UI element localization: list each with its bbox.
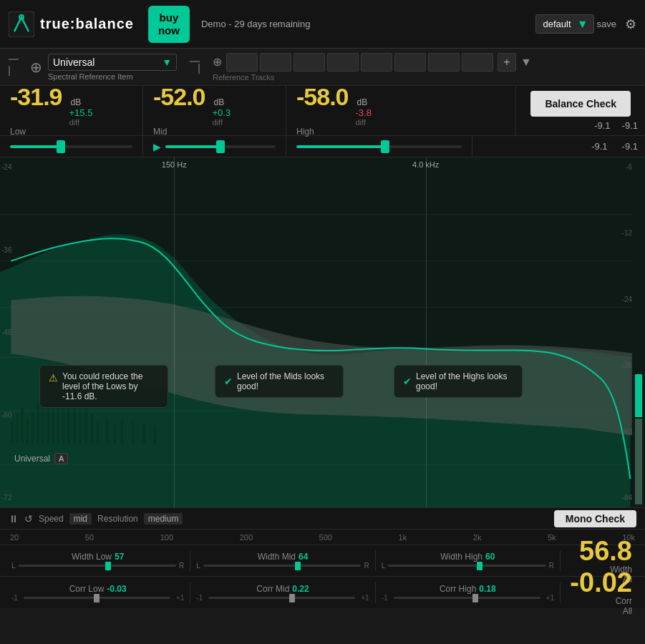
corr-high-top: Corr High 0.18 — [440, 584, 496, 594]
pause-button[interactable]: ⏸ — [9, 513, 19, 525]
chart-bottom-right: Mono Check — [554, 510, 636, 527]
fader-high — [286, 136, 472, 157]
y-label-right-5: -60 — [622, 428, 632, 436]
logo-text: true:balance — [40, 16, 134, 32]
svg-rect-12 — [31, 411, 34, 443]
vert-meter-fill-dark — [635, 419, 642, 504]
corr-low-slider-row: -1 +1 — [11, 594, 184, 602]
ref-tracks-label: Reference Tracks — [213, 73, 636, 82]
mono-check-button[interactable]: Mono Check — [554, 510, 636, 527]
target-icon: ⊕ — [30, 59, 42, 76]
width-mid: Width Mid 64 L R — [190, 550, 375, 571]
buy-now-button[interactable]: buy now — [148, 6, 190, 43]
corr-high-slider[interactable] — [394, 597, 540, 599]
corr-mid-slider-row: -1 +1 — [196, 594, 369, 602]
meter-mid-db: dB — [214, 97, 231, 107]
svg-rect-29 — [143, 423, 145, 443]
freq-line-4khz — [426, 157, 427, 507]
speed-value[interactable]: mid — [69, 513, 92, 525]
preset-select[interactable]: default — [535, 14, 594, 34]
svg-rect-24 — [97, 421, 99, 443]
fader-high-track[interactable] — [296, 145, 462, 148]
save-button[interactable]: save — [597, 19, 616, 29]
y-label-right-4: -36 — [622, 361, 632, 369]
corr-low-val: -0.03 — [107, 584, 126, 594]
meter-high-band: High — [296, 127, 505, 137]
track-slot-1[interactable] — [226, 53, 258, 72]
svg-rect-25 — [106, 418, 108, 443]
meter-high-diff-label: diff — [356, 118, 372, 127]
corner-marker-tl — [9, 59, 19, 76]
meter-high-main: -58.0 dB -3.8 diff — [296, 84, 505, 127]
corr-mid-slider[interactable] — [208, 597, 355, 599]
meters-row: -31.9 dB +15.5 diff Low -52.0 dB +0.3 di… — [0, 86, 645, 136]
width-all-value: 56.8 — [579, 537, 632, 565]
demo-text: Demo - 29 days remaining — [201, 19, 535, 29]
speed-label: Speed — [39, 514, 64, 524]
x-label-100: 100 — [160, 533, 173, 542]
track-slot-2[interactable] — [260, 53, 291, 72]
balance-check-button[interactable]: Balance Check — [530, 91, 631, 117]
corr-high: Corr High 0.18 -1 +1 — [376, 582, 561, 603]
faders-row: ▶ -9.1 -9.1 — [0, 136, 645, 157]
add-track-button[interactable]: + — [498, 53, 516, 72]
x-label-5k: 5k — [548, 533, 556, 542]
y-label-right-3: -24 — [622, 296, 632, 303]
x-axis-labels: 20 50 100 200 500 1k 2k 5k 10k — [10, 533, 635, 542]
chart-area: -24 -36 -48 -60 -72 150 Hz 4.0 kHz — [0, 157, 645, 508]
track-slot-6[interactable] — [394, 53, 426, 72]
fader-right-val2: -9.1 — [622, 141, 638, 152]
meter-mid-value: -52.0 — [153, 84, 205, 109]
annotation-low-text: You could reduce the level of the Lows b… — [62, 371, 159, 401]
corr-low-slider[interactable] — [24, 597, 170, 599]
meter-low-main: -31.9 dB +15.5 diff — [10, 84, 132, 127]
corr-all-display: -0.02 CorrAll — [561, 569, 639, 616]
fader-right: -9.1 -9.1 — [472, 141, 645, 152]
ref-arrow[interactable]: ▼ — [520, 56, 532, 69]
track-slot-8[interactable] — [462, 53, 493, 72]
logo-icon — [9, 11, 34, 37]
y-label-left-4: -60 — [1, 411, 11, 419]
chart-svg — [0, 157, 645, 507]
width-mid-top: Width Mid 64 — [258, 552, 309, 562]
meter-low-value: -31.9 — [10, 84, 62, 109]
svg-rect-27 — [121, 420, 123, 443]
width-high: Width High 60 L R — [376, 550, 561, 571]
fader-mid-track[interactable] — [165, 145, 276, 148]
x-label-1k: 1k — [399, 533, 407, 542]
width-low-val: 57 — [115, 552, 124, 562]
meter-high-diff-val: -3.8 — [356, 107, 372, 118]
settings-icon[interactable]: ⚙ — [625, 16, 636, 32]
svg-rect-28 — [132, 421, 134, 443]
ref-tracks-icon: ⊕ — [213, 55, 222, 69]
svg-rect-30 — [154, 425, 156, 443]
track-slot-4[interactable] — [327, 53, 359, 72]
chart-controls: ⏸ ↺ Speed mid Resolution medium — [9, 513, 183, 525]
y-label-left-3: -48 — [1, 328, 11, 336]
y-label-left-2: -36 — [1, 246, 11, 254]
x-label-50: 50 — [85, 533, 94, 542]
y-label-right-1: -6 — [622, 163, 632, 171]
width-low-slider[interactable] — [19, 565, 177, 567]
meter-right-val1: -9.1 — [594, 120, 610, 131]
svg-rect-17 — [57, 404, 59, 443]
header: true:balance buy now Demo - 29 days rema… — [0, 0, 645, 49]
refresh-button[interactable]: ↺ — [24, 513, 33, 525]
svg-rect-26 — [114, 425, 116, 443]
track-slot-7[interactable] — [428, 53, 460, 72]
track-label: Universal A — [14, 453, 68, 464]
fader-low-track[interactable] — [10, 145, 132, 148]
ref-select[interactable]: Universal ▼ — [48, 54, 177, 71]
width-high-slider[interactable] — [388, 565, 546, 567]
track-slot-3[interactable] — [294, 53, 325, 72]
resolution-value[interactable]: medium — [144, 513, 183, 525]
y-label-left-1: -24 — [1, 163, 11, 171]
resolution-label: Resolution — [97, 514, 138, 524]
svg-rect-10 — [21, 407, 24, 443]
track-slot-5[interactable] — [361, 53, 392, 72]
play-icon[interactable]: ▶ — [153, 141, 161, 152]
svg-rect-22 — [85, 404, 87, 443]
vert-meter-fill-active — [635, 374, 642, 417]
freq-label-150hz: 150 Hz — [162, 160, 187, 169]
width-mid-slider[interactable] — [203, 565, 362, 567]
